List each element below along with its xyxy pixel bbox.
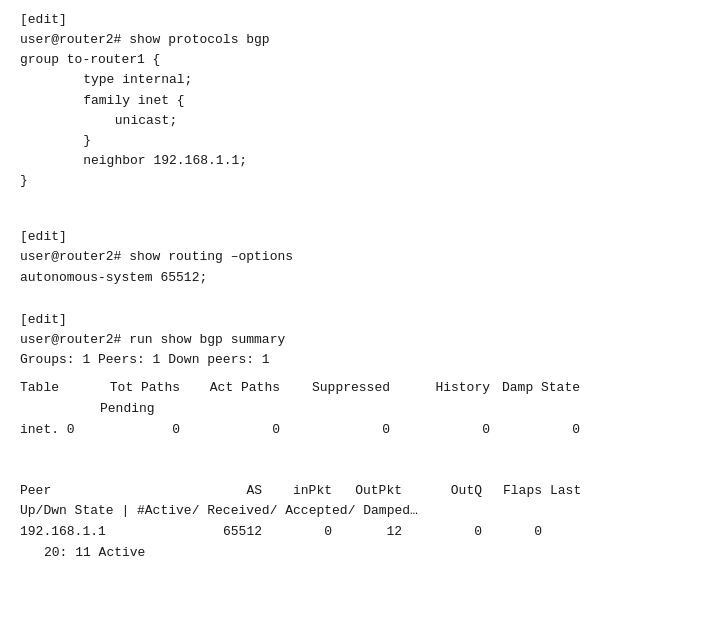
col-last-header: Last (550, 481, 581, 502)
col-peer-header: Peer (20, 481, 200, 502)
edit-label-2: [edit] (20, 227, 693, 247)
cmd-show-protocols: user@router2# show protocols bgp (20, 30, 693, 50)
groups-peers-line: Groups: 1 Peers: 1 Down peers: 1 (20, 350, 693, 370)
col-inpkt-header: inPkt (270, 481, 340, 502)
cmd-show-bgp: user@router2# run show bgp summary (20, 330, 693, 350)
cell-peer-ip: 192.168.1.1 (20, 522, 200, 543)
col-header-supp: Suppressed (290, 378, 400, 399)
col-outq-header: OutQ (410, 481, 490, 502)
edit-label-1: [edit] (20, 10, 693, 30)
block3: [edit] user@router2# run show bgp summar… (20, 310, 693, 370)
cell-peer-outpkt: 12 (340, 522, 410, 543)
col-header-hist: History (400, 378, 500, 399)
cell-peer-flaps: 0 (490, 522, 550, 543)
col-header-damp: Damp State (500, 378, 590, 399)
summary-table: Table Tot Paths Act Paths Suppressed His… (20, 378, 693, 440)
close-brace-family: } (20, 131, 693, 151)
col-header-pending: Pending (20, 399, 155, 420)
col-flaps-header: Flaps (490, 481, 550, 502)
cell-tot: 0 (100, 420, 190, 441)
cell-damp: 0 (500, 420, 590, 441)
cell-peer-outq: 0 (410, 522, 490, 543)
cell-supp: 0 (290, 420, 400, 441)
block1: [edit] user@router2# show protocols bgp … (20, 10, 693, 191)
col-header-act: Act Paths (190, 378, 290, 399)
autonomous-system: autonomous-system 65512; (20, 268, 693, 288)
type-line: type internal; (20, 70, 693, 90)
group-line: group to-router1 { (20, 50, 693, 70)
pending-row: Pending (20, 399, 693, 420)
cell-act: 0 (190, 420, 290, 441)
col-as-header: AS (200, 481, 270, 502)
summary-data-row: inet. 0 0 0 0 0 0 (20, 420, 693, 441)
close-brace-group: } (20, 171, 693, 191)
peer-subheader-row: Up/Dwn State | #Active/ Received/ Accept… (20, 501, 693, 522)
peer-state: 20: 11 Active (44, 543, 145, 564)
peer-subheader: Up/Dwn State | #Active/ Received/ Accept… (20, 501, 418, 522)
cell-table: inet. 0 (20, 420, 100, 441)
col-outpkt-header: OutPkt (340, 481, 410, 502)
block2: [edit] user@router2# show routing –optio… (20, 227, 693, 287)
peer-data-row: 192.168.1.1 65512 0 12 0 0 (20, 522, 693, 543)
summary-header-row: Table Tot Paths Act Paths Suppressed His… (20, 378, 693, 399)
cell-peer-inpkt: 0 (270, 522, 340, 543)
family-line: family inet { (20, 91, 693, 111)
cell-hist: 0 (400, 420, 500, 441)
edit-label-3: [edit] (20, 310, 693, 330)
peer-header-row: Peer AS inPkt OutPkt OutQ Flaps Last (20, 481, 693, 502)
unicast-line: unicast; (20, 111, 693, 131)
col-header-tot: Tot Paths (100, 378, 190, 399)
peer-state-row: 20: 11 Active (20, 543, 693, 564)
peer-table: Peer AS inPkt OutPkt OutQ Flaps Last Up/… (20, 481, 693, 564)
col-header-table: Table (20, 378, 100, 399)
neighbor-line: neighbor 192.168.1.1; (20, 151, 693, 171)
cmd-show-routing: user@router2# show routing –options (20, 247, 693, 267)
cell-peer-as: 65512 (200, 522, 270, 543)
